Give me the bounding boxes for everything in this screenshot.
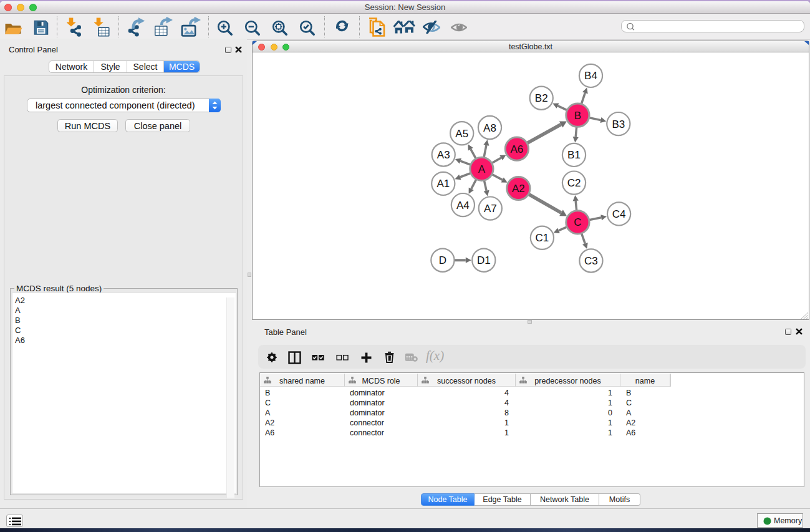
svg-text:B4: B4: [584, 70, 597, 82]
svg-text:C2: C2: [567, 177, 581, 189]
svg-text:D1: D1: [477, 254, 491, 266]
svg-text:B1: B1: [567, 149, 581, 161]
svg-text:A4: A4: [456, 200, 470, 211]
svg-text:A: A: [478, 163, 486, 175]
svg-text:A2: A2: [512, 183, 525, 195]
svg-text:C: C: [574, 216, 581, 228]
svg-text:A6: A6: [511, 143, 524, 155]
svg-text:C1: C1: [536, 232, 549, 244]
svg-text:A3: A3: [437, 149, 450, 161]
svg-text:B3: B3: [612, 118, 625, 130]
svg-text:A7: A7: [484, 203, 497, 215]
svg-text:B: B: [574, 110, 581, 122]
svg-text:C3: C3: [584, 255, 598, 267]
svg-text:A8: A8: [483, 122, 496, 134]
svg-text:C4: C4: [612, 208, 626, 220]
svg-text:B2: B2: [535, 92, 548, 104]
svg-text:A1: A1: [436, 178, 450, 190]
svg-text:D: D: [439, 254, 446, 266]
svg-text:A5: A5: [455, 128, 468, 140]
